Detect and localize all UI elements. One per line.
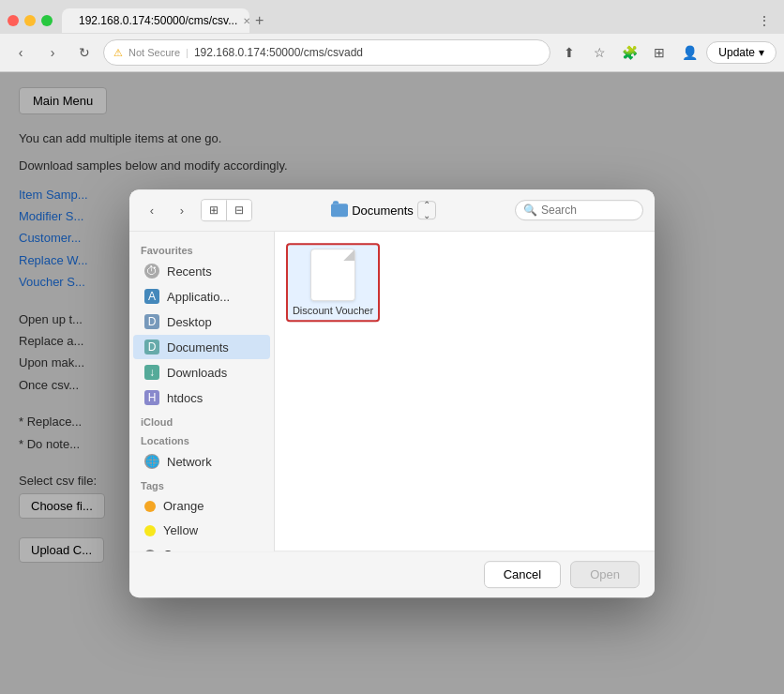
dialog-forward-button[interactable]: › <box>171 199 193 221</box>
gray-label: Gray <box>163 548 189 551</box>
security-warning-icon: ⚠ <box>113 47 123 59</box>
browser-menu-icon[interactable]: ⋮ <box>752 13 776 28</box>
documents-label: Documents <box>167 340 229 355</box>
tab-title: 192.168.0.174:50000/cms/csv... <box>79 14 237 27</box>
sidebar-item-network[interactable]: 🌐 Network <box>133 449 270 474</box>
list-view-button[interactable]: ⊞ <box>202 200 226 220</box>
location-bar: Documents ⌃⌄ <box>260 201 507 219</box>
gray-dot <box>144 550 156 551</box>
documents-icon: D <box>144 339 159 355</box>
dialog-back-button[interactable]: ‹ <box>141 199 163 221</box>
file-dialog: ‹ › ⊞ ⊟ Documents ⌃⌄ 🔍 Favourites <box>129 189 655 597</box>
network-icon: 🌐 <box>144 454 159 469</box>
extensions-button[interactable]: 🧩 <box>616 39 642 66</box>
traffic-light-yellow[interactable] <box>24 15 36 26</box>
desktop-label: Desktop <box>167 315 212 329</box>
update-chevron: ▾ <box>759 46 764 59</box>
grid-view-button[interactable]: ⊟ <box>226 200 251 220</box>
update-label: Update <box>718 46 755 59</box>
tab-bar: 192.168.0.174:50000/cms/csv... ✕ + ⋮ <box>0 0 784 34</box>
favourites-label: Favourites <box>129 239 274 258</box>
sidebar-item-documents[interactable]: D Documents <box>133 335 270 359</box>
browser-chrome: 192.168.0.174:50000/cms/csv... ✕ + ⋮ ‹ ›… <box>0 0 784 72</box>
downloads-icon: ↓ <box>144 365 159 380</box>
file-item-discount-voucher[interactable]: Discount Voucher <box>286 243 380 322</box>
search-bar[interactable]: 🔍 <box>515 200 643 220</box>
cancel-button[interactable]: Cancel <box>484 561 561 588</box>
file-dialog-sidebar: Favourites ⏱ Recents A Applicatio... D D… <box>129 232 275 551</box>
bookmark-button[interactable]: ☆ <box>586 39 612 66</box>
file-icon <box>310 249 355 301</box>
file-name: Discount Voucher <box>293 305 373 316</box>
locations-label: Locations <box>129 430 274 448</box>
recents-label: Recents <box>167 264 212 279</box>
active-tab[interactable]: 192.168.0.174:50000/cms/csv... ✕ <box>62 8 249 33</box>
htdocs-icon: H <box>144 390 159 405</box>
file-area: Discount Voucher <box>275 232 655 551</box>
orange-label: Orange <box>163 499 204 513</box>
profile-button[interactable]: 👤 <box>676 39 702 66</box>
applications-label: Applicatio... <box>167 290 230 304</box>
location-dropdown[interactable]: ⌃⌄ <box>417 201 436 219</box>
icloud-label: iCloud <box>129 411 274 430</box>
tags-label: Tags <box>129 475 274 493</box>
sidebar-item-downloads[interactable]: ↓ Downloads <box>133 360 270 385</box>
sidebar-item-htdocs[interactable]: H htdocs <box>133 385 270 410</box>
dialog-header: ‹ › ⊞ ⊟ Documents ⌃⌄ 🔍 <box>129 189 655 232</box>
traffic-light-red[interactable] <box>8 15 19 26</box>
applications-icon: A <box>144 289 159 304</box>
yellow-dot <box>144 525 156 536</box>
sidebar-item-desktop[interactable]: D Desktop <box>133 309 270 334</box>
dialog-footer: Cancel Open <box>129 551 655 597</box>
orange-dot <box>144 501 156 512</box>
forward-button[interactable]: › <box>39 39 66 66</box>
sidebar-item-tag-yellow[interactable]: Yellow <box>133 519 270 542</box>
desktop-icon: D <box>144 314 159 329</box>
nav-bar: ‹ › ↻ ⚠ Not Secure | 192.168.0.174:50000… <box>0 34 784 71</box>
yellow-label: Yellow <box>163 523 198 537</box>
tab-grid-button[interactable]: ⊞ <box>646 39 672 66</box>
traffic-light-green[interactable] <box>41 15 53 26</box>
dialog-body: Favourites ⏱ Recents A Applicatio... D D… <box>129 232 655 551</box>
sidebar-item-applications[interactable]: A Applicatio... <box>133 284 270 309</box>
address-bar[interactable]: ⚠ Not Secure | 192.168.0.174:50000/cms/c… <box>103 39 550 66</box>
downloads-label: Downloads <box>167 366 227 380</box>
folder-icon <box>331 204 348 217</box>
refresh-button[interactable]: ↻ <box>71 39 98 66</box>
new-tab-button[interactable]: + <box>249 12 269 29</box>
url-text: 192.168.0.174:50000/cms/csvadd <box>194 46 540 59</box>
nav-actions: ⬆ ☆ 🧩 ⊞ 👤 Update ▾ <box>556 39 776 66</box>
sidebar-item-recents[interactable]: ⏱ Recents <box>133 259 270 283</box>
current-folder-name: Documents <box>352 204 414 218</box>
share-button[interactable]: ⬆ <box>556 39 582 66</box>
view-toggle: ⊞ ⊟ <box>201 199 252 221</box>
htdocs-label: htdocs <box>167 391 203 405</box>
security-label: Not Secure <box>128 47 180 58</box>
recents-icon: ⏱ <box>144 264 159 279</box>
page-content: Main Menu You can add multiple items at … <box>0 72 784 694</box>
search-input[interactable] <box>541 204 635 217</box>
search-icon: 🔍 <box>523 204 537 217</box>
sidebar-item-tag-orange[interactable]: Orange <box>133 494 270 518</box>
update-button[interactable]: Update ▾ <box>706 41 776 64</box>
back-button[interactable]: ‹ <box>8 39 34 66</box>
network-label: Network <box>167 455 212 469</box>
traffic-lights <box>8 15 53 26</box>
sidebar-item-tag-gray[interactable]: Gray <box>133 543 270 551</box>
open-button[interactable]: Open <box>570 561 640 588</box>
